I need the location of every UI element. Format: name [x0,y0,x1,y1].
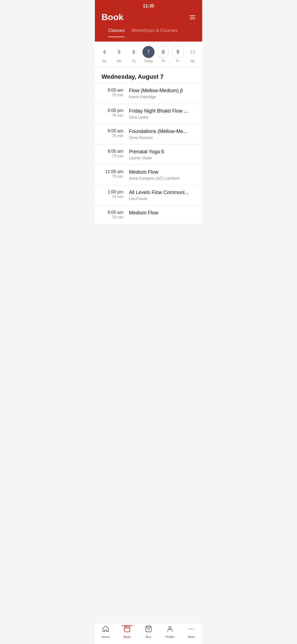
day-number: 7 [142,46,155,58]
day-label: Tu [132,59,136,63]
day-number: 4 [98,46,111,58]
class-duration: 75 min [101,113,123,118]
class-info: Medium Flow [129,210,196,217]
class-item[interactable]: 9:00 am 75 min Foundations (Mellow-Me...… [95,124,202,144]
class-item[interactable]: 1:00 pm 75 min All Levels Flow Communi..… [95,185,202,205]
day-label: Today [144,59,153,63]
class-item[interactable]: 9:00 am 75 min Prenatal Yoga ß Lauren Sl… [95,144,202,165]
class-name: Friday Night Bhakti Flow ... [129,108,196,114]
class-name: Medium Flow [129,210,196,216]
class-start-time: 9:00 am [101,88,123,93]
calendar-strip: 4 Su 5 Mo 6 Tu 7 Today 8 Th 9 Fr 10 Sa [95,42,202,68]
tab-classes[interactable]: Classes [108,28,125,37]
calendar-day-6[interactable]: 6 Tu [128,46,140,63]
page-title: Book [101,12,123,22]
class-info: Medium Flow Anne Compton (AC) Lambeth [129,169,196,181]
class-name: Medium Flow [129,169,196,175]
class-duration: 75 min [101,133,123,138]
class-info: Flow (Mellow-Medium) β Kerrie Partridge [129,88,196,99]
class-item[interactable]: 9:00 am 75 min Medium Flow [95,205,202,224]
class-duration: 75 min [101,174,123,179]
class-start-time: 9:00 am [101,129,123,133]
filter-button[interactable] [189,15,196,19]
class-item[interactable]: 6:00 pm 75 min Friday Night Bhakti Flow … [95,103,202,124]
class-start-time: 6:00 pm [101,108,123,113]
calendar-day-10[interactable]: 10 Sa [186,46,199,63]
class-duration: 75 min [101,215,123,219]
class-name: Prenatal Yoga ß [129,149,196,155]
day-number: 5 [113,46,125,58]
day-number: 10 [186,46,199,58]
class-list: 9:00 am 75 min Flow (Mellow-Medium) β Ke… [95,83,202,224]
day-number: 6 [128,46,140,58]
class-info: Foundations (Mellow-Me... Dena Borman [129,129,196,140]
class-instructor: Lauren Sloan [129,156,196,160]
class-info: All Levels Flow Communi... Leo Fraser [129,190,196,201]
calendar-day-8[interactable]: 8 Th [157,46,169,63]
class-duration: 75 min [101,195,123,199]
class-instructor: Dena Borman [129,135,196,140]
tabs-container: Classes Workshops & Courses [101,28,196,37]
class-duration: 75 min [101,93,123,97]
date-heading: Wednesday, August 7 [95,68,202,83]
day-label: Su [102,59,106,63]
class-start-time: 9:00 am [101,210,123,215]
class-start-time: 11:00 am [101,169,123,174]
class-item[interactable]: 11:00 am 75 min Medium Flow Anne Compton… [95,165,202,185]
class-start-time: 1:00 pm [101,190,123,195]
class-time: 9:00 am 75 min [101,88,129,97]
tab-workshops[interactable]: Workshops & Courses [131,28,178,37]
class-name: Foundations (Mellow-Me... [129,129,196,134]
class-instructor: Leo Fraser [129,197,196,201]
class-name: All Levels Flow Communi... [129,190,196,195]
class-item[interactable]: 9:00 am 75 min Flow (Mellow-Medium) β Ke… [95,83,202,103]
class-time: 9:00 am 75 min [101,129,129,138]
class-time: 9:00 am 75 min [101,149,129,158]
class-name: Flow (Mellow-Medium) β [129,88,196,94]
class-time: 11:00 am 75 min [101,169,129,179]
class-time: 9:00 am 75 min [101,210,129,219]
class-time: 6:00 pm 75 min [101,108,129,118]
header: 11:30 Book Classes Workshops & Courses [95,0,202,42]
calendar-day-7[interactable]: 7 Today [142,46,155,63]
day-label: Sa [191,59,195,63]
day-label: Mo [117,59,122,63]
status-bar: 11:30 [101,0,196,12]
class-duration: 75 min [101,154,123,158]
class-time: 1:00 pm 75 min [101,190,129,199]
calendar-day-4[interactable]: 4 Su [98,46,111,63]
time: 11:30 [143,4,154,9]
class-instructor: Kerrie Partridge [129,95,196,99]
class-instructor: Vera Lester [129,115,196,119]
day-label: Fr [176,59,179,63]
class-info: Friday Night Bhakti Flow ... Vera Lester [129,108,196,119]
day-number: 9 [172,46,184,58]
calendar-day-9[interactable]: 9 Fr [172,46,184,63]
class-start-time: 9:00 am [101,149,123,154]
calendar-day-5[interactable]: 5 Mo [113,46,125,63]
day-number: 8 [157,46,169,58]
class-info: Prenatal Yoga ß Lauren Sloan [129,149,196,160]
day-label: Th [161,59,165,63]
class-instructor: Anne Compton (AC) Lambeth [129,176,196,181]
